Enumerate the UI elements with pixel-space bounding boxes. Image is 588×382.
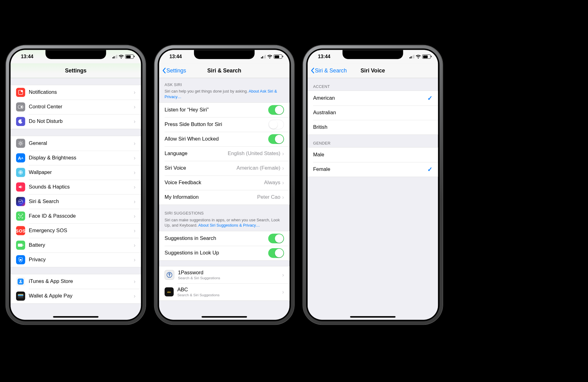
settings-row-sos[interactable]: SOS Emergency SOS › xyxy=(11,224,141,238)
svg-line-11 xyxy=(19,145,19,145)
cellular-icon xyxy=(261,55,266,59)
battery-settings-icon xyxy=(16,241,25,250)
svg-point-3 xyxy=(21,106,23,108)
battery-icon xyxy=(125,54,133,59)
wifi-icon xyxy=(267,55,273,59)
content[interactable]: Notifications › Control Center › Do Not … xyxy=(11,78,141,320)
settings-row-general[interactable]: General › xyxy=(11,136,141,151)
home-indicator[interactable] xyxy=(53,316,98,318)
dnd-icon xyxy=(16,117,25,126)
chevron-right-icon: › xyxy=(134,170,136,175)
app-subtitle: Search & Siri Suggestions xyxy=(178,276,282,280)
notch xyxy=(343,50,403,59)
row-label: Privacy xyxy=(29,257,134,263)
app-label: ABC xyxy=(177,287,282,293)
svg-rect-20 xyxy=(18,244,23,247)
appstore-icon xyxy=(16,277,25,286)
settings-row-battery[interactable]: Battery › xyxy=(11,238,141,253)
svg-point-18 xyxy=(19,215,20,216)
gear-icon xyxy=(16,139,25,148)
settings-row-privacy[interactable]: Privacy › xyxy=(11,253,141,267)
section-header-ask-siri: ASK SIRI xyxy=(159,78,289,89)
row-label: Press Side Button for Siri xyxy=(165,122,268,128)
wifi-icon xyxy=(119,55,124,59)
row-gender-female[interactable]: Female ✓ xyxy=(308,162,438,177)
settings-row-siri[interactable]: Siri & Search › xyxy=(11,194,141,209)
toggle-suggestions-lookup[interactable] xyxy=(268,248,284,258)
row-accent-british[interactable]: British xyxy=(308,120,438,135)
settings-row-dnd[interactable]: Do Not Disturb › xyxy=(11,114,141,129)
svg-text:abc: abc xyxy=(167,291,171,293)
control-center-icon xyxy=(16,102,25,111)
row-detail: American (Female) xyxy=(236,165,280,171)
settings-row-wallpaper[interactable]: Wallpaper › xyxy=(11,165,141,180)
row-suggestions-search[interactable]: Suggestions in Search xyxy=(159,231,289,246)
content[interactable]: ACCENT American ✓ Australian British GEN… xyxy=(308,78,438,320)
chevron-right-icon: › xyxy=(134,242,136,248)
settings-row-faceid[interactable]: Face ID & Passcode › xyxy=(11,209,141,224)
row-side-button[interactable]: Press Side Button for Siri xyxy=(159,117,289,132)
checkmark-icon: ✓ xyxy=(427,95,433,102)
nav-bar: Siri & Search Siri Voice xyxy=(308,63,438,78)
row-voice-feedback[interactable]: Voice Feedback Always › xyxy=(159,176,289,190)
row-label: Emergency SOS xyxy=(29,228,134,234)
row-label: Sounds & Haptics xyxy=(29,184,134,190)
svg-rect-21 xyxy=(23,245,23,246)
chevron-right-icon: › xyxy=(134,213,136,219)
page-title: Siri Voice xyxy=(361,67,385,74)
chevron-right-icon: › xyxy=(282,180,284,186)
toggle-suggestions-search[interactable] xyxy=(268,234,284,243)
cellular-icon xyxy=(409,55,414,59)
settings-row-control-center[interactable]: Control Center › xyxy=(11,100,141,114)
toggle-hey-siri[interactable] xyxy=(268,105,284,115)
settings-row-sounds[interactable]: Sounds & Haptics › xyxy=(11,180,141,194)
chevron-right-icon: › xyxy=(134,184,136,190)
row-suggestions-lookup[interactable]: Suggestions in Look Up xyxy=(159,246,289,260)
siri-icon xyxy=(16,197,25,206)
chevron-right-icon: › xyxy=(134,155,136,161)
chevron-right-icon: › xyxy=(134,228,136,233)
settings-row-itunes[interactable]: iTunes & App Store › xyxy=(11,274,141,289)
section-desc-ask-siri: Siri can help you get things done just b… xyxy=(159,89,289,102)
settings-row-wallet[interactable]: Wallet & Apple Pay › xyxy=(11,289,141,303)
row-label: Wallet & Apple Pay xyxy=(29,293,134,299)
row-label: American xyxy=(313,95,427,102)
row-language[interactable]: Language English (United States) › xyxy=(159,146,289,161)
row-siri-locked[interactable]: Allow Siri When Locked xyxy=(159,132,289,146)
home-indicator[interactable] xyxy=(350,316,396,318)
row-gender-male[interactable]: Male xyxy=(308,148,438,162)
content[interactable]: ASK SIRI Siri can help you get things do… xyxy=(159,78,289,320)
row-siri-voice[interactable]: Siri Voice American (Female) › xyxy=(159,161,289,176)
back-button[interactable]: Settings xyxy=(162,67,186,74)
home-indicator[interactable] xyxy=(201,316,247,318)
back-button[interactable]: Siri & Search xyxy=(311,67,347,74)
row-label: General xyxy=(29,140,134,146)
section-header-suggestions: SIRI SUGGESTIONS xyxy=(159,205,289,217)
page-title: Settings xyxy=(65,67,87,74)
section-header-accent: ACCENT xyxy=(308,78,438,91)
toggle-siri-locked[interactable] xyxy=(268,134,284,144)
row-accent-australian[interactable]: Australian xyxy=(308,106,438,120)
1password-icon xyxy=(165,270,174,280)
svg-point-19 xyxy=(21,215,22,216)
nav-bar: Settings xyxy=(11,63,141,78)
row-my-information[interactable]: My Information Peter Cao › xyxy=(159,190,289,205)
row-accent-american[interactable]: American ✓ xyxy=(308,91,438,106)
checkmark-icon: ✓ xyxy=(427,166,433,173)
battery-icon xyxy=(422,54,430,59)
settings-row-display[interactable]: AA Display & Brightness › xyxy=(11,151,141,165)
battery-icon xyxy=(274,54,282,59)
faceid-icon xyxy=(16,212,25,221)
settings-row-notifications[interactable]: Notifications › xyxy=(11,85,141,100)
svg-line-12 xyxy=(22,142,22,142)
row-app-1password[interactable]: 1Password Search & Siri Suggestions › xyxy=(159,267,289,284)
row-hey-siri[interactable]: Listen for “Hey Siri” xyxy=(159,103,289,117)
svg-rect-28 xyxy=(18,295,24,296)
chevron-right-icon: › xyxy=(134,119,136,124)
row-label: Suggestions in Look Up xyxy=(165,250,268,256)
suggestions-privacy-link[interactable]: About Siri Suggestions & Privacy… xyxy=(198,223,260,228)
back-label: Settings xyxy=(166,67,186,74)
row-app-abc[interactable]: abc ABC Search & Siri Suggestions › xyxy=(159,284,289,301)
toggle-side-button[interactable] xyxy=(268,120,284,129)
row-label: Allow Siri When Locked xyxy=(165,136,268,142)
